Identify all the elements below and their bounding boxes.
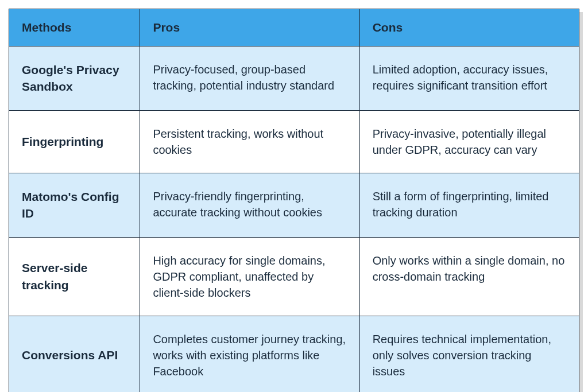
method-pros: High accuracy for single domains, GDPR c… [140,237,359,316]
comparison-table-container: Methods Pros Cons Google's Privacy Sandb… [9,9,579,392]
table-row: Google's Privacy Sandbox Privacy-focused… [9,46,579,111]
method-name: Matomo's Config ID [9,173,140,237]
table-row: Conversions API Completes customer journ… [9,316,579,392]
method-cons: Limited adoption, accuracy issues, requi… [359,46,579,111]
method-cons: Only works within a single domain, no cr… [359,237,579,316]
table-header-row: Methods Pros Cons [9,9,579,46]
table-row: Matomo's Config ID Privacy-friendly fing… [9,173,579,237]
method-pros: Persistent tracking, works without cooki… [140,110,359,173]
method-cons: Privacy-invasive, potentially illegal un… [359,110,579,173]
method-cons: Requires technical implementation, only … [359,316,579,392]
comparison-table: Methods Pros Cons Google's Privacy Sandb… [9,9,579,392]
header-cons: Cons [359,9,579,46]
method-name: Fingerprinting [9,110,140,173]
header-methods: Methods [9,9,140,46]
method-cons: Still a form of fingerprinting, limited … [359,173,579,237]
method-pros: Privacy-focused, group-based tracking, p… [140,46,359,111]
header-pros: Pros [140,9,359,46]
method-name: Google's Privacy Sandbox [9,46,140,111]
table-row: Fingerprinting Persistent tracking, work… [9,110,579,173]
table-row: Server-side tracking High accuracy for s… [9,237,579,316]
method-pros: Privacy-friendly fingerprinting, accurat… [140,173,359,237]
method-name: Server-side tracking [9,237,140,316]
method-name: Conversions API [9,316,140,392]
method-pros: Completes customer journey tracking, wor… [140,316,359,392]
